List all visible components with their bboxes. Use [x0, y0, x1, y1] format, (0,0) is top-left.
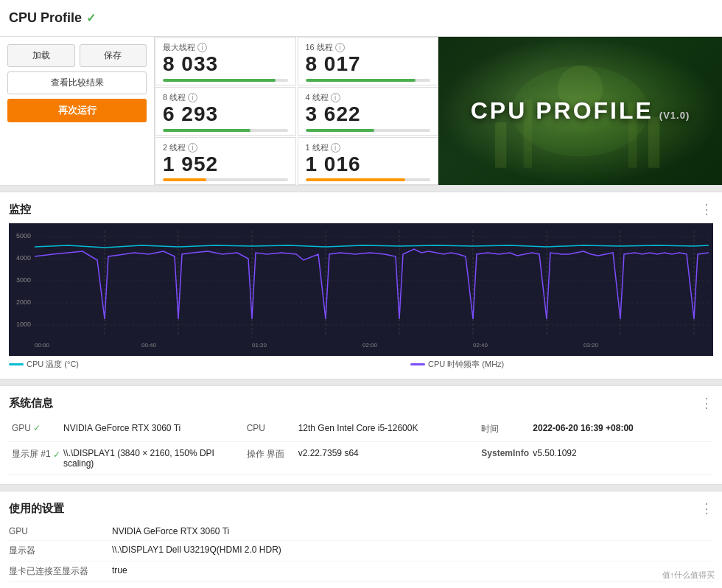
sysinfo-grid: GPU ✓ NVIDIA GeForce RTX 3060 Ti CPU 12t… [9, 417, 713, 475]
sysinfo-row: GPU ✓ NVIDIA GeForce RTX 3060 Ti [9, 417, 244, 442]
settings-row: 显示器 \\.\DISPLAY1 Dell U3219Q(HDMI 2.0 HD… [9, 541, 713, 561]
hero-version-text: (V1.0) [659, 110, 690, 121]
score-bar-fill-2_thread [163, 178, 206, 181]
score-bar-fill-4_thread [306, 129, 374, 132]
score-card-1_thread: 1 线程 i 1 016 [298, 137, 439, 186]
sysinfo-field-value: v5.50.1092 [533, 448, 710, 458]
score-card-max_thread: 最大线程 i 8 033 [155, 37, 296, 85]
info-icon-4_thread: i [331, 93, 340, 102]
sysinfo-field-label: GPU ✓ [12, 423, 63, 433]
monitor-title: 监控 [9, 203, 31, 217]
settings-section: 使用的设置 ⋮ GPU NVIDIA GeForce RTX 3060 Ti 显… [0, 491, 722, 588]
header-title: CPU Profile ✓ [9, 10, 96, 26]
watermark: 值↑什么值得买 [662, 570, 715, 581]
compare-button[interactable]: 查看比较结果 [7, 71, 147, 94]
score-label-16_thread: 16 线程 i [306, 42, 431, 53]
legend-temp: CPU 温度 (°C) [9, 359, 79, 370]
sysinfo-row: 操作 界面 v2.22.7359 s64 [244, 442, 479, 475]
title-text: CPU Profile [9, 10, 82, 26]
svg-text:4000: 4000 [16, 254, 31, 262]
score-card-4_thread: 4 线程 i 3 622 [298, 87, 439, 136]
run-again-button[interactable]: 再次运行 [7, 99, 147, 122]
legend-freq: CPU 时钟频率 (MHz) [410, 359, 504, 370]
left-panel: 加载 保存 查看比较结果 再次运行 [0, 37, 155, 185]
svg-text:02:00: 02:00 [362, 342, 378, 349]
info-icon-max_thread: i [197, 43, 207, 52]
status-check: ✓ [86, 11, 96, 25]
settings-value: true [112, 565, 127, 578]
top-section: 加载 保存 查看比较结果 再次运行 最大线程 i 8 033 16 线程 i 8… [0, 37, 722, 186]
sysinfo-row: SystemInfo v5.50.1092 [478, 442, 713, 475]
score-grid: 最大线程 i 8 033 16 线程 i 8 017 8 线程 i 6 293 … [155, 37, 438, 185]
score-label-max_thread: 最大线程 i [163, 42, 288, 53]
svg-text:1000: 1000 [16, 321, 31, 328]
sysinfo-row: CPU 12th Gen Intel Core i5-12600K [244, 417, 479, 442]
score-bar-fill-max_thread [163, 79, 276, 82]
sysinfo-field-label: 显示屏 #1 ✓ [12, 448, 63, 461]
settings-title: 使用的设置 [9, 502, 64, 516]
settings-header: 使用的设置 ⋮ [9, 500, 713, 517]
system-info-section: 系统信息 ⋮ GPU ✓ NVIDIA GeForce RTX 3060 Ti … [0, 385, 722, 485]
settings-key: 显示器 [9, 545, 112, 557]
score-bar-16_thread [306, 79, 431, 82]
legend-freq-label: CPU 时钟频率 (MHz) [428, 359, 504, 370]
info-icon-1_thread: i [331, 143, 340, 153]
sysinfo-field-label: 操作 界面 [247, 448, 298, 461]
score-value-8_thread: 6 293 [163, 103, 288, 126]
score-bar-fill-16_thread [306, 79, 416, 82]
sysinfo-row: 显示屏 #1 ✓ \\.\DISPLAY1 (3840 × 2160, 150%… [9, 442, 244, 475]
sysinfo-field-label: CPU [247, 423, 298, 433]
score-bar-1_thread [306, 178, 431, 181]
settings-table: GPU NVIDIA GeForce RTX 3060 Ti 显示器 \\.\D… [9, 522, 713, 582]
score-value-4_thread: 3 622 [306, 103, 431, 126]
sysinfo-field-label: SystemInfo [481, 448, 533, 458]
sysinfo-field-value: 2022-06-20 16:39 +08:00 [533, 423, 710, 433]
settings-key: GPU [9, 526, 112, 536]
save-button[interactable]: 保存 [80, 44, 147, 67]
monitor-header: 监控 ⋮ [9, 201, 713, 217]
score-value-1_thread: 1 016 [306, 153, 431, 176]
freq-color-dot [410, 363, 425, 365]
hero-image: CPU PROFILE (V1.0) [438, 37, 722, 185]
score-label-2_thread: 2 线程 i [163, 142, 288, 153]
settings-row: 显卡已连接至显示器 true [9, 561, 713, 582]
score-bar-max_thread [163, 79, 288, 82]
settings-menu-dots[interactable]: ⋮ [700, 500, 713, 517]
chart-svg: 5000 4000 3000 2000 1000 [9, 223, 713, 356]
sysinfo-field-value: 12th Gen Intel Core i5-12600K [298, 423, 476, 433]
score-value-16_thread: 8 017 [306, 53, 431, 76]
score-card-16_thread: 16 线程 i 8 017 [298, 37, 439, 85]
score-value-max_thread: 8 033 [163, 53, 288, 76]
score-bar-4_thread [306, 129, 431, 132]
svg-text:01:20: 01:20 [252, 342, 267, 349]
score-bar-8_thread [163, 129, 288, 132]
score-bar-fill-8_thread [163, 129, 250, 132]
svg-text:03:20: 03:20 [583, 342, 599, 349]
sysinfo-header: 系统信息 ⋮ [9, 395, 713, 411]
load-button[interactable]: 加载 [7, 44, 75, 67]
score-label-4_thread: 4 线程 i [306, 92, 431, 103]
svg-text:00:40: 00:40 [141, 342, 157, 349]
hero-title: CPU PROFILE (V1.0) [471, 97, 690, 125]
info-icon-2_thread: i [188, 143, 197, 153]
score-label-8_thread: 8 线程 i [163, 92, 288, 103]
chart-legend: CPU 温度 (°C) CPU 时钟频率 (MHz) [9, 359, 713, 370]
monitor-menu-dots[interactable]: ⋮ [700, 201, 713, 217]
sysinfo-field-value: \\.\DISPLAY1 (3840 × 2160, 150% DPI scal… [63, 448, 241, 469]
svg-text:3000: 3000 [16, 276, 31, 284]
sysinfo-field-value: NVIDIA GeForce RTX 3060 Ti [63, 423, 241, 433]
score-card-8_thread: 8 线程 i 6 293 [155, 87, 296, 136]
info-icon-16_thread: i [335, 43, 345, 52]
score-label-1_thread: 1 线程 i [306, 142, 431, 153]
sysinfo-field-label: 时间 [481, 423, 533, 435]
score-bar-fill-1_thread [306, 178, 406, 181]
svg-text:00:00: 00:00 [35, 342, 50, 349]
header: CPU Profile ✓ [0, 0, 722, 37]
info-icon-8_thread: i [188, 93, 197, 102]
sysinfo-row: 时间 2022-06-20 16:39 +08:00 [478, 417, 713, 442]
settings-key: 显卡已连接至显示器 [9, 565, 112, 578]
sysinfo-title: 系统信息 [9, 396, 53, 410]
settings-value: NVIDIA GeForce RTX 3060 Ti [112, 526, 229, 536]
load-save-row: 加载 保存 [7, 44, 147, 67]
sysinfo-menu-dots[interactable]: ⋮ [700, 395, 713, 411]
